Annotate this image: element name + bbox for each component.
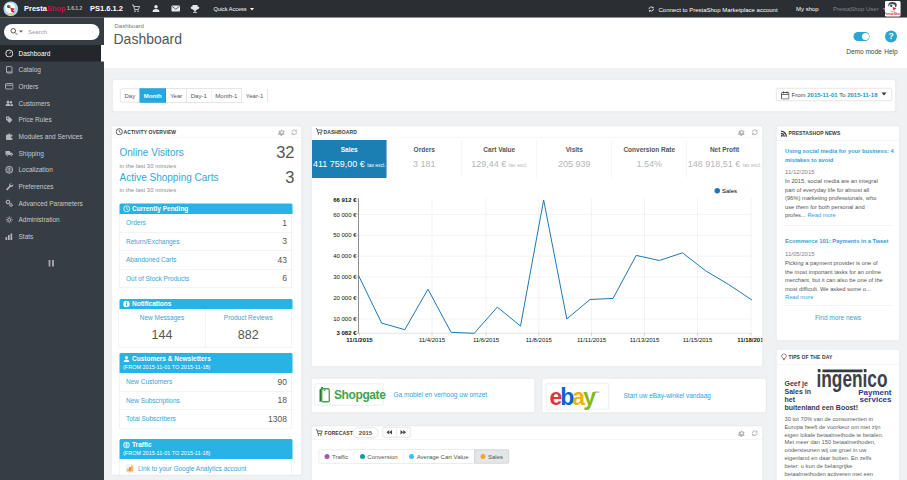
svg-text:11/13/2015: 11/13/2015 — [630, 337, 660, 343]
svg-text:11/11/2015: 11/11/2015 — [577, 337, 607, 343]
svg-text:11/6/2015: 11/6/2015 — [473, 337, 500, 343]
svg-text:11/18/2015: 11/18/2015 — [737, 337, 763, 343]
svg-text:30 000 €: 30 000 € — [333, 274, 357, 280]
svg-text:services: services — [859, 395, 892, 404]
svg-text:11/4/2015: 11/4/2015 — [419, 337, 446, 343]
svg-text:10 000 €: 10 000 € — [333, 316, 357, 322]
svg-text:40 000 €: 40 000 € — [333, 253, 357, 259]
svg-text:20 000 €: 20 000 € — [333, 295, 357, 301]
svg-text:11/15/2015: 11/15/2015 — [683, 337, 713, 343]
svg-text:PrestaShop: PrestaShop — [885, 12, 901, 16]
svg-text:3 082 €: 3 082 € — [336, 330, 357, 336]
svg-text:50 000 €: 50 000 € — [333, 232, 357, 238]
svg-text:66 912 €: 66 912 € — [333, 197, 357, 203]
svg-text:11/8/2015: 11/8/2015 — [526, 337, 553, 343]
svg-text:60 000 €: 60 000 € — [333, 212, 357, 218]
svg-text:11/1/2015: 11/1/2015 — [346, 337, 373, 343]
